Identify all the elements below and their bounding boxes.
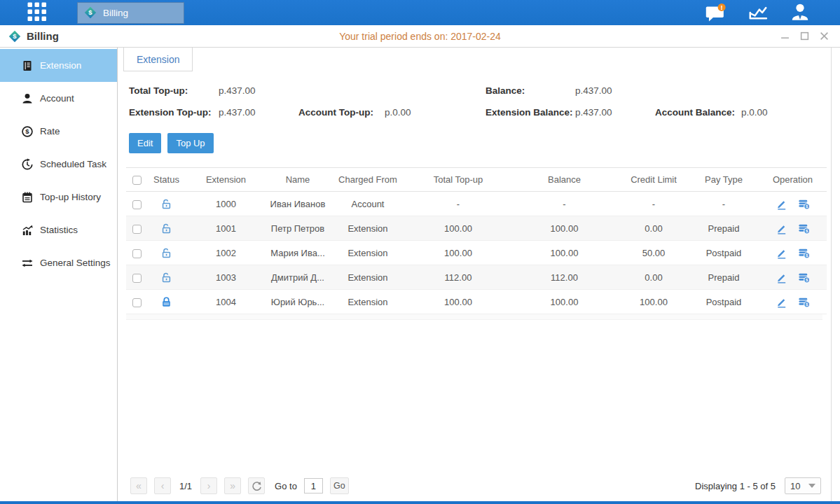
first-page-button[interactable]: « [130,477,147,494]
svg-text:$: $ [13,32,17,40]
sidebar-item-statistics[interactable]: Statistics [0,214,117,246]
cell-total-topup: 100.00 [406,241,510,265]
edit-icon[interactable] [776,198,787,210]
row-checkbox[interactable] [132,274,142,283]
resource-monitor-icon[interactable] [747,2,769,23]
page-size-select[interactable]: 10 [785,477,821,494]
topup-icon[interactable]: $ [797,247,811,259]
sidebar-item-top-up-history[interactable]: Top-up History [0,181,117,214]
svg-text:$: $ [805,204,808,209]
maximize-icon[interactable] [800,31,809,41]
topup-icon[interactable]: $ [797,198,811,210]
general-settings-icon [21,257,34,270]
cell-credit-limit: 0.00 [619,265,689,290]
taskbar: $ Billing ! [0,0,840,25]
table-row: 1001Петр ПетровExtension100.00100.000.00… [126,216,827,241]
column-header: Status [147,168,186,192]
sidebar-item-label: Statistics [40,225,78,235]
account-balance-label: Account Balance: [655,107,741,118]
sidebar-item-label: Account [40,93,74,104]
column-header: Extension [186,168,266,192]
user-account-icon[interactable] [790,2,811,23]
row-checkbox[interactable] [132,249,142,258]
window-title: Billing [27,30,59,42]
edit-icon[interactable] [776,272,787,284]
table-row: 1003Дмитрий Д...Extension112.00112.000.0… [126,265,827,290]
minimize-icon[interactable] [780,31,790,41]
sidebar: ExtensionAccount$RateScheduled TaskTop-u… [0,48,118,501]
topup-icon[interactable]: $ [797,272,811,284]
select-all-checkbox[interactable] [132,176,142,185]
cell-extension: 1003 [186,265,266,290]
status-locked-icon [160,296,172,308]
refresh-button[interactable] [248,477,265,494]
billing-window: $ Billing Your trial period ends on: 201… [0,25,840,501]
cell-charged-from: Extension [329,290,406,314]
page-size-value: 10 [790,481,800,491]
cell-name: Петр Петров [266,216,329,241]
cell-extension: 1002 [186,241,266,265]
topup-icon[interactable]: $ [797,223,811,234]
app-grid-button[interactable] [25,1,48,24]
cell-name: Мария Ива... [266,241,329,265]
cell-charged-from: Account [329,192,406,216]
cell-charged-from: Extension [329,216,406,241]
billing-dollar-icon: $ [8,29,22,43]
column-header: Total Top-up [406,168,510,192]
next-page-button[interactable]: › [200,477,217,494]
svg-text:$: $ [805,228,808,233]
tab-strip: Extension [118,48,831,71]
column-header: Pay Type [689,168,759,192]
cell-name: Юрий Юрь... [266,290,329,314]
cell-total-topup: 100.00 [406,290,510,314]
total-topup-value: p.437.00 [219,85,298,96]
close-icon[interactable] [820,31,829,41]
cell-credit-limit: 0.00 [619,216,689,241]
rate-icon: $ [21,125,34,138]
window-titlebar: $ Billing Your trial period ends on: 201… [0,25,840,48]
previous-page-button[interactable]: ‹ [154,477,171,494]
sidebar-item-extension[interactable]: Extension [0,49,117,82]
cell-balance: 100.00 [510,290,619,314]
cell-name: Дмитрий Д... [266,265,329,290]
row-checkbox[interactable] [132,298,142,307]
messages-icon[interactable]: ! [705,3,727,23]
cell-extension: 1004 [186,290,266,314]
row-checkbox[interactable] [132,225,142,234]
sidebar-item-label: General Settings [40,258,111,268]
svg-text:!: ! [720,3,722,10]
sidebar-item-account[interactable]: Account [0,82,117,115]
row-checkbox[interactable] [132,200,142,209]
status-unlocked-icon [160,272,172,284]
cell-balance: 100.00 [510,241,619,265]
cell-credit-limit: 50.00 [619,241,689,265]
cell-charged-from: Extension [329,265,406,290]
cell-credit-limit: 100.00 [619,290,689,314]
edit-button[interactable]: Edit [129,133,161,153]
trial-notice: Your trial period ends on: 2017-02-24 [0,31,840,42]
topup-icon[interactable]: $ [797,296,811,308]
sidebar-item-rate[interactable]: $Rate [0,115,117,148]
tab-extension[interactable]: Extension [123,48,193,71]
column-header: Charged From [329,168,406,192]
edit-icon[interactable] [776,223,787,234]
total-topup-label: Total Top-up: [129,85,219,96]
taskbar-tab-billing[interactable]: $ Billing [77,2,184,24]
cell-balance: - [510,192,619,216]
refresh-icon [252,481,262,491]
cell-pay-type: Postpaid [689,290,759,314]
go-button[interactable]: Go [330,477,349,494]
cell-balance: 112.00 [510,265,619,290]
goto-page-input[interactable] [304,478,323,493]
sidebar-item-scheduled-task[interactable]: Scheduled Task [0,148,117,181]
topup-button[interactable]: Top Up [167,133,213,153]
edit-icon[interactable] [776,247,787,259]
last-page-button[interactable]: » [224,477,241,494]
extension-balance-value: p.437.00 [575,107,655,118]
table-header-row: StatusExtensionNameCharged FromTotal Top… [126,168,827,192]
chevron-down-icon [808,484,815,488]
cell-balance: 100.00 [510,216,619,241]
edit-icon[interactable] [776,296,787,308]
sidebar-item-general-settings[interactable]: General Settings [0,246,117,279]
goto-label: Go to [275,481,297,491]
